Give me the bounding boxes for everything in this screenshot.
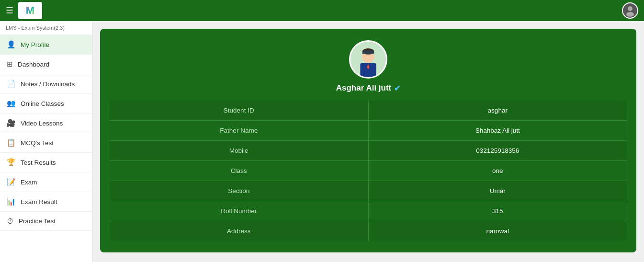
field-value-4: Umar (368, 181, 627, 201)
video-lessons-icon: 🎥 (7, 119, 16, 127)
field-label-5: Roll Number (110, 201, 368, 221)
sidebar-item-label: Video Lessons (21, 120, 63, 127)
profile-table: Student ID asghar Father Name Shahbaz Al… (110, 101, 627, 241)
sidebar-item-test-results[interactable]: 🏆 Test Results (0, 153, 92, 172)
profile-avatar-section: Asghar Ali jutt ✔ (110, 40, 627, 93)
verified-icon: ✔ (394, 84, 400, 93)
profile-row-1: Father Name Shahbaz Ali jutt (110, 121, 627, 141)
profile-row-6: Address narowal (110, 221, 627, 241)
svg-point-0 (628, 6, 633, 11)
profile-avatar (349, 40, 387, 79)
field-value-0: asghar (368, 101, 627, 121)
sidebar-item-exam[interactable]: 📝 Exam (0, 172, 92, 192)
profile-row-5: Roll Number 315 (110, 201, 627, 221)
field-label-1: Father Name (110, 121, 368, 141)
sidebar-item-dashboard[interactable]: ⊞ Dashboard (0, 55, 92, 74)
mcqs-test-icon: 📋 (7, 138, 16, 147)
layout: LMS - Exam System(2.3) 👤 My Profile ⊞ Da… (0, 21, 644, 262)
sidebar-item-practice-test[interactable]: ⏱ Practice Test (0, 212, 92, 231)
profile-row-3: Class one (110, 161, 627, 181)
svg-point-1 (626, 12, 634, 17)
breadcrumb: LMS - Exam System(2.3) (0, 21, 92, 35)
test-results-icon: 🏆 (7, 158, 16, 167)
field-label-6: Address (110, 221, 368, 241)
field-label-0: Student ID (110, 101, 368, 121)
sidebar-item-video-lessons[interactable]: 🎥 Video Lessons (0, 114, 92, 133)
sidebar-item-notes-downloads[interactable]: 📄 Notes / Downloads (0, 74, 92, 94)
sidebar-item-label: Exam (21, 179, 37, 186)
sidebar-item-label: MCQ's Test (21, 139, 54, 147)
exam-icon: 📝 (7, 178, 16, 186)
field-label-3: Class (110, 161, 368, 181)
notes-downloads-icon: 📄 (7, 80, 16, 88)
sidebar-item-label: Online Classes (21, 100, 64, 107)
sidebar-item-label: Practice Test (19, 217, 56, 225)
sidebar-item-label: Test Results (21, 159, 56, 166)
online-classes-icon: 👥 (7, 99, 16, 108)
field-value-3: one (368, 161, 627, 181)
my-profile-icon: 👤 (7, 40, 16, 49)
main-content: Asghar Ali jutt ✔ Student ID asghar Fath… (92, 21, 644, 262)
profile-row-4: Section Umar (110, 181, 627, 201)
sidebar-item-exam-result[interactable]: 📊 Exam Result (0, 192, 92, 212)
sidebar-item-label: Exam Result (21, 198, 57, 205)
profile-name-text: Asghar Ali jutt (336, 83, 392, 93)
sidebar-item-mcqs-test[interactable]: 📋 MCQ's Test (0, 133, 92, 153)
logo-icon: M (26, 4, 34, 17)
profile-name: Asghar Ali jutt ✔ (336, 83, 401, 93)
sidebar-item-my-profile[interactable]: 👤 My Profile (0, 35, 92, 55)
practice-test-icon: ⏱ (7, 217, 14, 225)
profile-row-2: Mobile 032125918356 (110, 141, 627, 161)
dashboard-icon: ⊞ (7, 60, 13, 68)
sidebar-item-label: Notes / Downloads (21, 80, 75, 88)
hamburger-icon[interactable]: ☰ (6, 5, 13, 16)
logo-box: M (18, 2, 42, 19)
topbar: ☰ M (0, 0, 644, 21)
field-value-6: narowal (368, 221, 627, 241)
profile-row-0: Student ID asghar (110, 101, 627, 121)
sidebar-item-label: Dashboard (18, 61, 49, 68)
svg-rect-8 (362, 52, 374, 54)
sidebar-item-online-classes[interactable]: 👥 Online Classes (0, 94, 92, 114)
profile-card: Asghar Ali jutt ✔ Student ID asghar Fath… (100, 29, 636, 252)
field-value-1: Shahbaz Ali jutt (368, 121, 627, 141)
topbar-left: ☰ M (6, 2, 42, 19)
field-label-2: Mobile (110, 141, 368, 161)
field-value-2: 032125918356 (368, 141, 627, 161)
user-avatar[interactable] (622, 2, 638, 19)
exam-result-icon: 📊 (7, 197, 16, 206)
sidebar: LMS - Exam System(2.3) 👤 My Profile ⊞ Da… (0, 21, 92, 262)
sidebar-item-label: My Profile (21, 41, 49, 48)
field-value-5: 315 (368, 201, 627, 221)
field-label-4: Section (110, 181, 368, 201)
